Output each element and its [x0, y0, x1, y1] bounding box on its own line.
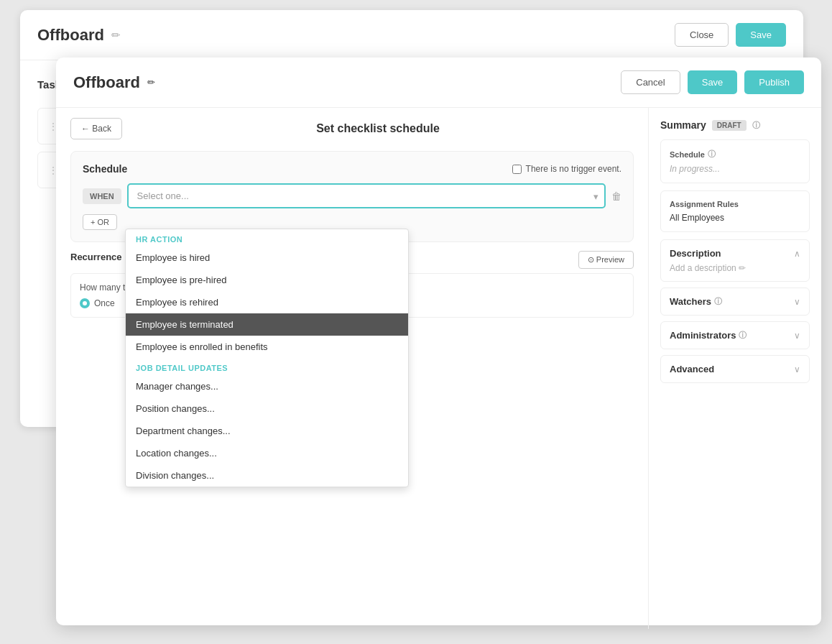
desc-header: Description ∧	[670, 248, 800, 259]
bg-close-button[interactable]: Close	[675, 23, 729, 47]
fg-schedule-title: Schedule ⓘ	[670, 149, 800, 160]
administrators-chevron-icon: ∨	[794, 331, 800, 341]
watchers-section[interactable]: Watchers ⓘ ∨	[660, 288, 810, 316]
fg-info-icon: ⓘ	[752, 120, 760, 131]
fg-summary-title: Summary DRAFT ⓘ	[660, 119, 810, 131]
advanced-title: Advanced	[670, 364, 714, 374]
when-row: WHEN Select one... ▾ 🗑	[83, 183, 621, 208]
fg-schedule-value: In progress...	[670, 164, 800, 174]
bg-header-actions: Close Save	[675, 23, 786, 47]
fg-header-left: Offboard ✏	[73, 73, 155, 92]
publish-button[interactable]: Publish	[744, 70, 804, 94]
bg-header-left: Offboard ✏	[37, 26, 121, 45]
no-trigger-checkbox[interactable]	[512, 165, 522, 174]
radio-dot[interactable]	[80, 298, 90, 308]
fg-assignment-value: All Employees	[670, 213, 800, 223]
fg-schedule-info-icon: ⓘ	[708, 149, 716, 160]
radio-label: Once	[94, 298, 115, 308]
dropdown-item-benefits[interactable]: Employee is enrolled in benefits	[126, 336, 408, 358]
dropdown-item-division[interactable]: Division changes...	[126, 464, 408, 487]
hr-action-header: HR ACTION	[126, 229, 408, 247]
fg-right-panel: Summary DRAFT ⓘ Schedule ⓘ In progress..…	[649, 108, 821, 629]
desc-value: Add a description ✏	[670, 263, 800, 273]
foreground-card: Offboard ✏ Cancel Save Publish ← Back Se…	[56, 58, 821, 625]
recurrence-title: Recurrence	[70, 252, 122, 262]
bg-save-button[interactable]: Save	[736, 23, 786, 47]
no-trigger-label: There is no trigger event.	[526, 164, 621, 174]
dropdown-item-manager[interactable]: Manager changes...	[126, 375, 408, 397]
fg-assignment-title: Assignment Rules	[670, 200, 800, 208]
fg-card-body: ← Back Set checklist schedule Schedule T…	[56, 108, 821, 629]
administrators-title: Administrators ⓘ	[670, 330, 747, 341]
bg-card-title: Offboard	[37, 26, 104, 45]
fg-card-title: Offboard	[73, 73, 140, 92]
dropdown-item-terminated[interactable]: Employee is terminated	[126, 313, 408, 336]
desc-chevron-up-icon: ∧	[794, 249, 800, 259]
dropdown-item-hired[interactable]: Employee is hired	[126, 247, 408, 269]
desc-title: Description	[670, 248, 721, 259]
or-button[interactable]: + OR	[83, 214, 117, 230]
description-section: Description ∧ Add a description ✏	[660, 239, 810, 282]
dropdown-item-department[interactable]: Department changes...	[126, 420, 408, 442]
fg-save-button[interactable]: Save	[688, 70, 738, 94]
fg-left-content: ← Back Set checklist schedule Schedule T…	[56, 108, 648, 318]
set-schedule-title: Set checklist schedule	[316, 122, 440, 135]
fg-assignment-section: Assignment Rules All Employees	[660, 190, 810, 232]
when-label: WHEN	[83, 188, 121, 204]
advanced-chevron-icon: ∨	[794, 364, 800, 374]
dropdown-item-location[interactable]: Location changes...	[126, 442, 408, 464]
or-row: + OR	[83, 214, 621, 230]
back-button[interactable]: ← Back	[70, 118, 122, 139]
select-wrapper: Select one... ▾	[127, 183, 606, 208]
advanced-section[interactable]: Advanced ∨	[660, 355, 810, 383]
fg-edit-icon[interactable]: ✏	[147, 77, 155, 88]
trigger-dropdown: HR ACTION Employee is hired Employee is …	[125, 229, 409, 487]
fg-schedule-section: Schedule ⓘ In progress...	[660, 139, 810, 183]
dropdown-item-position[interactable]: Position changes...	[126, 397, 408, 420]
trigger-checkbox-row: There is no trigger event.	[512, 164, 621, 174]
preview-button[interactable]: ⊙ Preview	[578, 251, 634, 269]
draft-badge: DRAFT	[712, 120, 747, 131]
bg-edit-icon[interactable]: ✏	[111, 29, 121, 42]
job-detail-header: JOB DETAIL UPDATES	[126, 358, 408, 375]
watchers-title: Watchers ⓘ	[670, 296, 722, 307]
fg-header-actions: Cancel Save Publish	[621, 70, 804, 94]
schedule-form-title: Schedule	[83, 163, 127, 175]
administrators-info-icon: ⓘ	[739, 330, 747, 341]
add-description-icon[interactable]: ✏	[739, 263, 746, 273]
watchers-info-icon: ⓘ	[714, 296, 722, 307]
cancel-button[interactable]: Cancel	[621, 70, 680, 94]
trigger-select[interactable]: Select one...	[127, 183, 606, 208]
fg-left-panel: ← Back Set checklist schedule Schedule T…	[56, 108, 649, 629]
watchers-chevron-icon: ∨	[794, 297, 800, 307]
administrators-section[interactable]: Administrators ⓘ ∨	[660, 321, 810, 349]
dropdown-item-rehired[interactable]: Employee is rehired	[126, 291, 408, 313]
schedule-form-header: Schedule There is no trigger event.	[83, 163, 621, 175]
dropdown-item-prehired[interactable]: Employee is pre-hired	[126, 269, 408, 291]
fg-card-header: Offboard ✏ Cancel Save Publish	[56, 58, 821, 108]
bg-card-header: Offboard ✏ Close Save	[20, 10, 803, 60]
delete-icon[interactable]: 🗑	[611, 190, 621, 202]
